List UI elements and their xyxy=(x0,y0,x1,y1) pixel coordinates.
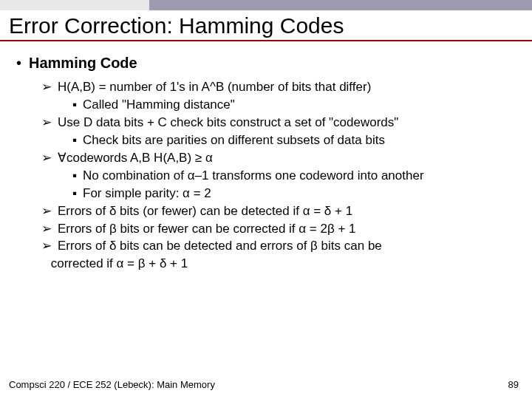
slide-footer: Compsci 220 / ECE 252 (Lebeck): Main Mem… xyxy=(9,379,519,390)
subitem-text: For simple parity: α = 2 xyxy=(83,185,211,202)
item-text: Errors of β bits or fewer can be correct… xyxy=(58,221,356,238)
square-icon: ▪ xyxy=(72,185,77,202)
slide-title: Error Correction: Hamming Codes xyxy=(0,10,532,41)
arrow-icon: ➢ xyxy=(41,221,52,238)
list-subitem: ▪ Called "Hamming distance" xyxy=(41,97,520,114)
arrow-icon: ➢ xyxy=(41,115,52,132)
subitem-text: Check bits are parities on different sub… xyxy=(83,132,385,149)
heading-row: • Hamming Code xyxy=(16,55,520,72)
top-accent-bar xyxy=(0,0,532,10)
bullet-list: ➢ H(A,B) = number of 1's in A^B (number … xyxy=(16,79,520,273)
bullet-dot-icon: • xyxy=(16,55,21,70)
footer-page-number: 89 xyxy=(508,379,519,390)
list-item: ➢ H(A,B) = number of 1's in A^B (number … xyxy=(41,79,520,96)
arrow-icon: ➢ xyxy=(41,203,52,220)
arrow-icon: ➢ xyxy=(41,238,52,255)
square-icon: ▪ xyxy=(72,168,77,185)
arrow-icon: ➢ xyxy=(41,79,52,96)
list-item: ➢ Errors of δ bits (or fewer) can be det… xyxy=(41,203,520,220)
list-subitem: ▪ Check bits are parities on different s… xyxy=(41,132,520,149)
square-icon: ▪ xyxy=(72,132,77,149)
footer-left: Compsci 220 / ECE 252 (Lebeck): Main Mem… xyxy=(9,379,215,390)
square-icon: ▪ xyxy=(72,97,77,114)
item-text: Errors of δ bits (or fewer) can be detec… xyxy=(58,203,352,220)
item-text: Errors of δ bits can be detected and err… xyxy=(58,238,382,255)
subitem-text: Called "Hamming distance" xyxy=(83,97,235,114)
list-item: ➢ ∀codewords A,B H(A,B) ≥ α xyxy=(41,150,520,167)
subitem-text: No combination of α–1 transforms one cod… xyxy=(83,168,424,185)
list-item: ➢ Errors of β bits or fewer can be corre… xyxy=(41,221,520,238)
list-subitem: ▪ No combination of α–1 transforms one c… xyxy=(41,168,520,185)
arrow-icon: ➢ xyxy=(41,150,52,167)
list-item-continuation: corrected if α = β + δ + 1 xyxy=(41,256,520,273)
slide-body: • Hamming Code ➢ H(A,B) = number of 1's … xyxy=(0,55,532,273)
item-text-cont: corrected if α = β + δ + 1 xyxy=(51,256,188,273)
list-item: ➢ Errors of δ bits can be detected and e… xyxy=(41,238,520,255)
list-subitem: ▪ For simple parity: α = 2 xyxy=(41,185,520,202)
item-text: H(A,B) = number of 1's in A^B (number of… xyxy=(58,79,371,96)
item-text: ∀codewords A,B H(A,B) ≥ α xyxy=(58,150,213,167)
list-item: ➢ Use D data bits + C check bits constru… xyxy=(41,115,520,132)
item-text: Use D data bits + C check bits construct… xyxy=(58,115,398,132)
spacer xyxy=(41,256,45,273)
heading-text: Hamming Code xyxy=(29,55,137,72)
